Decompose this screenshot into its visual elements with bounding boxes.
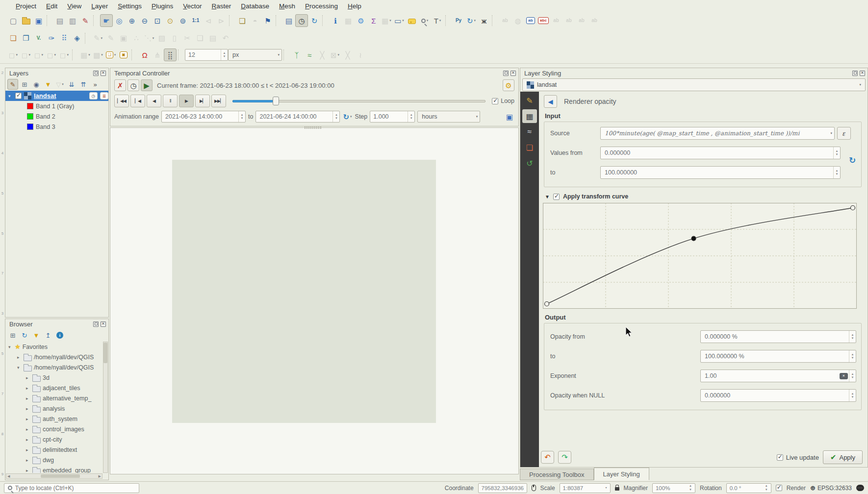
zoom-last-icon[interactable]: ⊲ bbox=[202, 14, 215, 27]
menu-mesh[interactable]: Mesh bbox=[274, 1, 300, 11]
browser-item-alternative-temp-[interactable]: ▸alternative_temp_ bbox=[6, 393, 102, 403]
fixed-range-mode-icon[interactable]: ◷ bbox=[128, 79, 139, 91]
menu-processing[interactable]: Processing bbox=[300, 1, 343, 11]
vertex-tool-icon[interactable]: ⋱▾ bbox=[143, 32, 155, 45]
transform-curve[interactable] bbox=[543, 203, 857, 309]
current-edits-icon[interactable]: ✎▾ bbox=[92, 32, 104, 45]
invert-selection-icon[interactable]: ◻▾ bbox=[58, 49, 71, 61]
tracing-icon[interactable]: ⋔ bbox=[151, 49, 164, 61]
expander-icon[interactable]: ▸ bbox=[26, 406, 30, 411]
legend-indicator-icon[interactable]: ≣ bbox=[100, 92, 108, 99]
new-map-view-icon[interactable]: ❏ bbox=[236, 14, 249, 27]
copy-features-icon[interactable]: ❏ bbox=[194, 32, 206, 45]
crs-badge[interactable]: ⊕ EPSG:32633 bbox=[810, 484, 852, 492]
copy-style-icon[interactable]: ❏▾ bbox=[104, 49, 117, 61]
rendering-tab-icon[interactable]: ❏ bbox=[522, 141, 537, 154]
deselect-all-icon[interactable]: ◻▾ bbox=[32, 49, 45, 61]
temporal-slider[interactable] bbox=[232, 97, 485, 105]
mouse-position-icon[interactable] bbox=[532, 485, 536, 491]
new-memory-layer-icon[interactable]: ⠿ bbox=[58, 32, 71, 45]
styling-layer-combo[interactable]: landsat▾ bbox=[522, 78, 866, 91]
reshape-icon[interactable]: ╳ bbox=[341, 49, 354, 61]
menu-vector[interactable]: Vector bbox=[178, 1, 206, 11]
browser-item-auth-system[interactable]: ▸auth_system bbox=[6, 414, 102, 424]
layer-row-landsat[interactable]: ▾landsat◷≣ bbox=[5, 91, 108, 101]
collapse-browser-icon[interactable]: ↥ bbox=[43, 330, 53, 341]
browser-item-adjacent-tiles[interactable]: ▸adjacent_tiles bbox=[6, 383, 102, 393]
toolbar-overflow-icon[interactable]: » bbox=[90, 79, 101, 90]
menu-settings[interactable]: Settings bbox=[113, 1, 147, 11]
fetch-value-range-icon[interactable]: ↻ bbox=[846, 154, 858, 166]
undo-edit-icon[interactable]: ↶ bbox=[219, 32, 232, 45]
next-frame-button[interactable]: ▶▏ bbox=[195, 95, 210, 107]
save-layer-edits-icon[interactable]: ▣ bbox=[117, 32, 130, 45]
new-print-layout-icon[interactable]: ▤ bbox=[53, 14, 66, 27]
new-project-icon[interactable]: ▢ bbox=[7, 14, 20, 27]
enable-tracing-icon[interactable]: ᛉ bbox=[290, 49, 303, 61]
filter-by-expression-icon[interactable]: ▽▾ bbox=[54, 79, 65, 90]
attribute-table-icon[interactable]: ▦▾ bbox=[380, 14, 393, 27]
undo-style-button[interactable]: ↶ bbox=[541, 451, 554, 464]
nominatim-search-icon[interactable]: ▾ bbox=[418, 14, 431, 27]
open-project-icon[interactable] bbox=[20, 14, 32, 27]
zoom-to-selection-icon[interactable]: ⊙ bbox=[164, 14, 177, 27]
stream-digitizing-icon[interactable]: ≈ bbox=[303, 49, 316, 61]
menu-layer[interactable]: Layer bbox=[86, 1, 113, 11]
previous-frame-button[interactable]: ▏◀ bbox=[130, 95, 145, 107]
render-checkbox[interactable] bbox=[776, 485, 782, 491]
set-range-from-project-icon[interactable]: ↻▾ bbox=[342, 110, 352, 123]
menu-help[interactable]: Help bbox=[343, 1, 366, 11]
filter-legend-icon[interactable]: ▼ bbox=[43, 79, 53, 90]
zoom-in-icon[interactable]: ⊕ bbox=[126, 14, 138, 27]
layers-float-button[interactable] bbox=[93, 71, 99, 76]
pause-button[interactable]: ‖ bbox=[163, 95, 178, 107]
browser-item-favorites[interactable]: ▾★Favorites bbox=[6, 342, 102, 352]
pan-to-selection-icon[interactable]: ◎ bbox=[113, 14, 126, 27]
filter-browser-icon[interactable]: ▼ bbox=[31, 330, 42, 341]
menu-plugins[interactable]: Plugins bbox=[147, 1, 178, 11]
show-layout-manager-icon[interactable]: ▥ bbox=[66, 14, 79, 27]
step-unit-combo[interactable]: hours▾ bbox=[417, 111, 480, 123]
add-group-icon[interactable]: ⊞ bbox=[19, 79, 30, 90]
refresh-map-icon[interactable]: ↻ bbox=[308, 14, 321, 27]
select-features-icon[interactable]: ◻▾ bbox=[7, 49, 20, 61]
apply-button[interactable]: ✔ Apply bbox=[823, 450, 863, 464]
values-to-input[interactable]: 100.000000▲▼ bbox=[600, 166, 841, 179]
run-feature-action-icon[interactable]: ▦ bbox=[342, 14, 355, 27]
live-update-checkbox[interactable] bbox=[777, 454, 783, 461]
range-end-input[interactable]: 2021-06-24 14:00:00▲▼ bbox=[255, 111, 340, 123]
menu-view[interactable]: View bbox=[62, 1, 86, 11]
add-favorite-icon[interactable]: ⊞ bbox=[7, 330, 18, 341]
processing-history-icon[interactable]: ↻▾ bbox=[465, 14, 478, 27]
menu-project[interactable]: Project bbox=[11, 1, 41, 11]
cut-features-icon[interactable]: ✂ bbox=[181, 32, 194, 45]
browser-float-button[interactable] bbox=[93, 321, 99, 327]
output-row-input[interactable]: 1.00✕▲▼ bbox=[700, 370, 856, 382]
expression-builder-button[interactable]: ε bbox=[837, 127, 851, 140]
new-virtual-layer-icon[interactable]: ◈ bbox=[71, 32, 83, 45]
lock-scale-icon[interactable] bbox=[615, 487, 619, 491]
move-label-icon[interactable]: ab bbox=[550, 14, 562, 27]
refresh-browser-icon[interactable]: ↻ bbox=[19, 330, 30, 341]
play-backward-button[interactable]: ◀ bbox=[147, 95, 161, 107]
layers-close-button[interactable] bbox=[101, 71, 106, 76]
expander-icon[interactable]: ▸ bbox=[26, 396, 30, 401]
expander-icon[interactable]: ▸ bbox=[26, 427, 30, 432]
new-shapefile-icon[interactable]: V. bbox=[32, 32, 45, 45]
text-annotation-icon[interactable]: T▾ bbox=[431, 14, 444, 27]
landsat-visibility-checkbox[interactable] bbox=[15, 93, 22, 99]
zoom-next-icon[interactable]: ⊳ bbox=[215, 14, 228, 27]
expander-icon[interactable]: ▾ bbox=[17, 365, 22, 370]
zoom-full-icon[interactable]: ⊡ bbox=[151, 14, 164, 27]
transparency-tab-icon[interactable]: ▦ bbox=[522, 109, 537, 123]
field-calculator-icon[interactable]: ▦▾ bbox=[79, 49, 92, 61]
browser-close-button[interactable] bbox=[101, 321, 106, 327]
font-size-spin[interactable]: 12▲▼ bbox=[185, 49, 228, 61]
clear-value-icon[interactable]: ✕ bbox=[840, 373, 848, 379]
pan-map-icon[interactable]: ☛ bbox=[100, 14, 113, 27]
browser-item-dwg[interactable]: ▸dwg bbox=[6, 455, 102, 465]
new-geopackage-icon[interactable]: ❒ bbox=[20, 32, 32, 45]
expander-icon[interactable]: ▸ bbox=[26, 437, 30, 442]
browser-item-analysis[interactable]: ▸analysis bbox=[6, 403, 102, 414]
symbology-tab-icon[interactable]: ✎ bbox=[522, 94, 537, 107]
